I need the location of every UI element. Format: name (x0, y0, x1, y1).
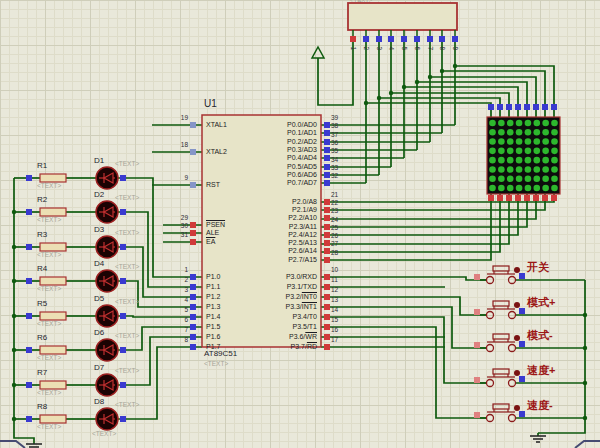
resistor-text-placeholder: <TEXT> (37, 217, 61, 224)
resistor-pin-square (26, 244, 32, 250)
button-cap (493, 369, 509, 374)
resistor-body[interactable] (40, 174, 66, 182)
led-body[interactable] (96, 201, 118, 223)
connector-text-placeholder: <TEXT> (350, 0, 372, 3)
label-text: 17 (331, 336, 338, 343)
led-body[interactable] (96, 167, 118, 189)
led-pin-square (120, 416, 126, 422)
junction-dot (389, 91, 393, 95)
label-text: 36 (331, 139, 338, 146)
matrix-led-dot (516, 166, 523, 173)
chip-pin-label: P1.7 (206, 343, 220, 350)
dot-matrix-body[interactable] (487, 117, 560, 194)
chip-pin-square (190, 304, 196, 310)
label-text: 模式+ (527, 296, 555, 308)
chip-pin-square (324, 274, 330, 280)
wire (118, 247, 202, 297)
matrix-led-dot (516, 129, 523, 136)
matrix-led-dot (489, 148, 496, 155)
chip-pin-square (190, 294, 196, 300)
label-text: 速度+ (527, 364, 555, 376)
resistor-body[interactable] (40, 312, 66, 320)
chip-pin-label: PSEN (206, 221, 225, 228)
button-terminal (487, 277, 494, 284)
led-body[interactable] (96, 305, 118, 327)
ground-symbol[interactable] (26, 441, 42, 448)
chip-pin-label: P0.6/AD6 (230, 171, 317, 178)
chip-pin-number: 26 (331, 233, 338, 240)
chip-pin-label: XTAL2 (206, 148, 227, 155)
power-terminal[interactable] (312, 47, 324, 58)
matrix-led-dot (542, 120, 549, 127)
matrix-led-dot (507, 120, 514, 127)
label-text: 9 (184, 174, 188, 181)
label-text: P3.7/ (291, 343, 307, 350)
junction-dot (415, 80, 419, 84)
matrix-led-dot (498, 129, 505, 136)
resistor-body[interactable] (40, 243, 66, 251)
label-text: P2.5/A13 (288, 239, 317, 246)
push-button[interactable] (474, 404, 525, 422)
wire (118, 337, 202, 385)
resistor-body[interactable] (40, 208, 66, 216)
push-button[interactable] (474, 369, 525, 387)
chip-pin-square (190, 324, 196, 330)
push-button[interactable] (474, 301, 525, 319)
button-terminal (509, 415, 516, 422)
matrix-led-dot (525, 129, 532, 136)
resistor-pin-square (26, 416, 32, 422)
led-pin-square (120, 175, 126, 181)
resistor-body[interactable] (40, 415, 66, 423)
label-text-overline: INT1 (302, 303, 317, 310)
chip-pin-number: 30 (164, 223, 188, 230)
label-text: 37 (331, 131, 338, 138)
chip-pin-number: 23 (331, 208, 338, 215)
resistor-ref: R4 (37, 265, 47, 273)
button-state-dot (514, 302, 520, 308)
button-terminal (509, 380, 516, 387)
label-text: <TEXT> (115, 298, 139, 305)
matrix-led-dot (498, 185, 505, 192)
label-text: <TEXT> (115, 332, 139, 339)
matrix-pin-square (533, 104, 539, 110)
label-text: 29 (181, 214, 188, 221)
push-button[interactable] (474, 334, 525, 352)
button-label: 速度- (527, 400, 553, 411)
led-body[interactable] (96, 374, 118, 396)
chip-pin-square (324, 215, 330, 221)
wire (379, 98, 500, 117)
led-ref: D7 (94, 364, 104, 372)
led-body[interactable] (96, 270, 118, 292)
chip-pin-label: P3.4/T0 (230, 313, 317, 320)
connector-pin-number: 6 (414, 41, 421, 55)
label-text: P1.3 (206, 303, 220, 310)
connector-pin-number: 4 (388, 41, 395, 55)
push-button[interactable] (474, 266, 525, 284)
button-state-dot (514, 370, 520, 376)
matrix-led-dot (551, 148, 558, 155)
ground-symbol[interactable] (530, 433, 546, 442)
matrix-led-dot (551, 166, 558, 173)
led-body[interactable] (96, 408, 118, 430)
resistor-body[interactable] (40, 381, 66, 389)
resistor-body[interactable] (40, 277, 66, 285)
connector-pin-number: 3 (376, 41, 383, 55)
chip-pin-square (190, 239, 196, 245)
chip-part-label: AT89C51 (204, 350, 237, 358)
label-text: P2.1/A9 (292, 206, 317, 213)
label-text: P1.7 (206, 343, 220, 350)
connector-body[interactable] (348, 3, 457, 30)
led-body[interactable] (96, 339, 118, 361)
button-state-dot (514, 335, 520, 341)
matrix-led-dot (489, 175, 496, 182)
chip-pin-number: 7 (164, 327, 188, 334)
chip-pin-square (324, 122, 330, 128)
label-text: P2.2/A10 (288, 214, 317, 221)
label-text: <TEXT> (37, 285, 61, 292)
label-text: <TEXT> (37, 216, 61, 223)
resistor-body[interactable] (40, 346, 66, 354)
chip-pin-square (190, 122, 196, 128)
wire (318, 42, 353, 105)
led-body[interactable] (96, 236, 118, 258)
matrix-pin-square (515, 104, 521, 110)
